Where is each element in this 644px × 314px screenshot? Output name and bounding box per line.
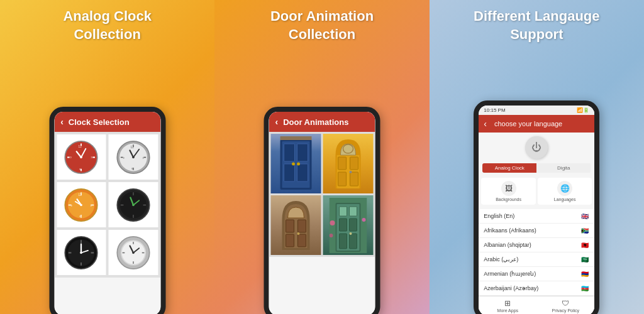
svg-rect-69 [284,144,294,161]
power-button-area: ⏻ [479,133,594,161]
clock-cell-1[interactable]: 12 3 6 9 [57,134,106,180]
list-item[interactable]: Azerbaijani (Azərbay) 🇦🇿 [479,281,594,296]
more-apps-label: More Apps [497,308,518,313]
languages-icon: 🌐 [557,181,572,196]
clock-orange: 12 3 6 9 [64,188,99,222]
clock-cell-6[interactable] [109,230,158,275]
svg-text:9: 9 [71,205,72,207]
toggle-analog[interactable]: Analog Clock [482,163,536,173]
languages-label: Languages [554,197,576,202]
section-title-analog: Analog Clock Collection [53,0,161,46]
svg-rect-95 [339,234,347,249]
svg-rect-92 [349,207,357,216]
svg-point-73 [297,162,300,165]
backgrounds-icon-cell[interactable]: 🖼 Backgrounds [481,178,536,205]
list-item[interactable]: Arabic (عربي) 🇸🇦 [479,252,594,267]
bottom-nav-bar: ⊞ More Apps 🛡 Privacy Policy [479,296,594,314]
clock-grid: 12 3 6 9 [54,132,160,278]
more-apps-icon: ⊞ [504,299,511,308]
door-yellow-svg [329,136,367,192]
section-title-door: Door Animation Collection [261,0,383,46]
svg-rect-71 [284,164,294,181]
clock-toggle: Analog Clock Digita [482,163,591,173]
svg-point-87 [297,232,299,235]
phone-lang: 10:15 PM 📶🔋 ‹ choose your language ⏻ Ana… [474,100,599,314]
power-button[interactable]: ⏻ [525,136,548,159]
svg-rect-96 [349,234,357,249]
more-apps-button[interactable]: ⊞ More Apps [479,296,536,314]
header-title-analog: Clock Selection [69,117,130,127]
svg-point-47 [132,203,135,206]
door-teal[interactable] [323,195,373,255]
svg-point-74 [292,162,295,165]
lang-name: Armenian (հայerеն) [484,271,536,277]
svg-text:6: 6 [80,215,81,217]
svg-rect-72 [297,164,308,181]
svg-rect-83 [286,220,294,232]
svg-rect-91 [339,207,347,216]
svg-text:12: 12 [79,144,82,148]
svg-point-97 [349,232,352,235]
svg-rect-78 [338,157,346,170]
status-icons: 📶🔋 [577,107,589,113]
back-icon-door[interactable]: ‹ [275,117,278,127]
svg-text:9: 9 [123,157,124,160]
svg-text:3: 3 [142,157,143,160]
svg-rect-80 [338,172,346,186]
list-item[interactable]: Afrikaans (Afrikaans) 🇿🇦 [479,224,594,238]
phone-screen-lang: 10:15 PM 📶🔋 ‹ choose your language ⏻ Ana… [479,106,594,314]
svg-text:6: 6 [131,167,133,170]
door-grid [269,132,375,257]
clock-dark [116,188,150,222]
icon-grid: 🖼 Backgrounds 🌐 Languages [479,175,594,207]
clock-cell-4[interactable] [109,182,158,227]
svg-point-82 [349,171,352,173]
door-arch[interactable] [270,195,321,255]
lang-name: Albanian (shqiptar) [484,242,531,248]
svg-rect-93 [339,219,347,231]
section-title-lang: Different Langauge Support [464,0,609,46]
clock-cell-5[interactable] [57,230,106,275]
backgrounds-icon: 🖼 [501,181,516,196]
svg-rect-81 [350,172,358,186]
phone-screen-door: ‹ Door Animations [269,112,375,314]
door-blue-svg [277,136,314,192]
header-title-door: Door Animations [283,117,348,127]
svg-rect-85 [286,234,294,247]
svg-point-66 [132,251,135,254]
svg-text:3: 3 [91,156,92,159]
svg-point-56 [80,251,83,254]
svg-text:9: 9 [70,156,72,159]
door-animation-section: Door Animation Collection ‹ Door Animati… [214,0,429,314]
door-blue[interactable] [270,134,321,193]
lang-name: English (En) [484,213,514,219]
clock-black [64,236,99,270]
phone-status-bar: 10:15 PM 📶🔋 [479,106,594,115]
clock-cell-3[interactable]: 12 3 6 9 [57,182,106,227]
door-yellow[interactable] [323,134,373,193]
svg-rect-79 [350,157,358,170]
list-item[interactable]: Albanian (shqiptar) 🇦🇱 [479,238,594,252]
lang-header-title: choose your language [494,120,562,127]
phone-door: ‹ Door Animations [264,107,380,314]
clock-cell-2[interactable]: 12 3 6 9 [109,134,158,180]
back-icon-lang[interactable]: ‹ [484,119,487,129]
svg-rect-75 [280,136,311,140]
language-support-section: Different Langauge Support 10:15 PM 📶🔋 ‹… [430,0,644,314]
phone-analog: ‹ Clock Selection 12 [49,107,165,314]
analog-clock-section: Analog Clock Collection ‹ Clock Selectio… [0,0,214,314]
toggle-digital[interactable]: Digita [536,163,591,173]
door-teal-svg [329,198,367,253]
lang-name: Arabic (عربي) [484,256,518,263]
list-item[interactable]: English (En) 🇬🇧 [479,209,594,224]
back-icon-analog[interactable]: ‹ [60,117,64,127]
languages-icon-cell[interactable]: 🌐 Languages [538,178,592,205]
phone-header-door: ‹ Door Animations [269,112,375,132]
status-time: 10:15 PM [484,107,505,113]
clock-silver [116,236,150,270]
svg-point-25 [132,156,135,158]
clock-red: 12 3 6 9 [64,140,99,175]
phone-screen-analog: ‹ Clock Selection 12 [54,112,160,314]
list-item[interactable]: Armenian (հայerеն) 🇦🇲 [479,267,594,281]
privacy-policy-button[interactable]: 🛡 Privacy Policy [536,296,594,314]
